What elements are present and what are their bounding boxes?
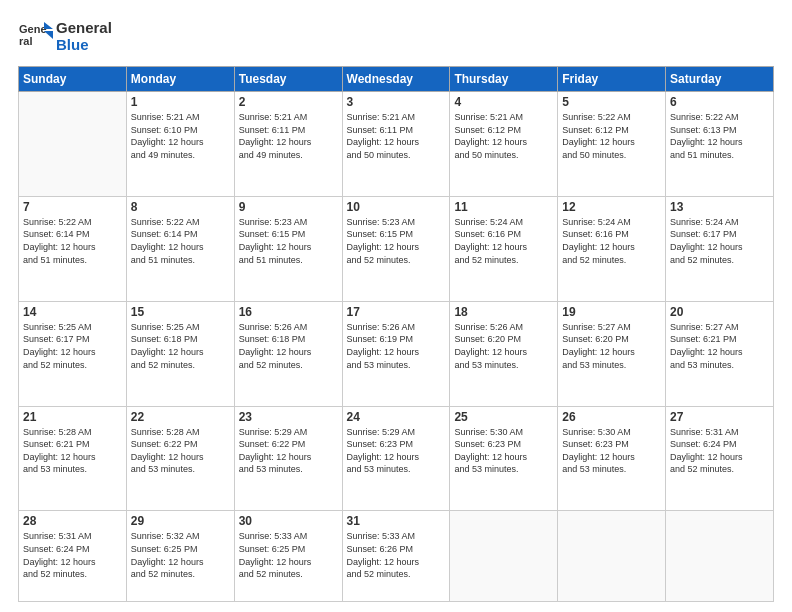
day-number: 17: [347, 305, 446, 319]
calendar-cell: 24Sunrise: 5:29 AM Sunset: 6:23 PM Dayli…: [342, 406, 450, 511]
day-info: Sunrise: 5:21 AM Sunset: 6:11 PM Dayligh…: [347, 111, 446, 161]
logo-blue: Blue: [56, 36, 112, 53]
day-info: Sunrise: 5:30 AM Sunset: 6:23 PM Dayligh…: [562, 426, 661, 476]
day-info: Sunrise: 5:22 AM Sunset: 6:13 PM Dayligh…: [670, 111, 769, 161]
day-number: 25: [454, 410, 553, 424]
calendar-cell: 4Sunrise: 5:21 AM Sunset: 6:12 PM Daylig…: [450, 92, 558, 197]
calendar-cell: 3Sunrise: 5:21 AM Sunset: 6:11 PM Daylig…: [342, 92, 450, 197]
calendar-cell: 5Sunrise: 5:22 AM Sunset: 6:12 PM Daylig…: [558, 92, 666, 197]
calendar-cell: 29Sunrise: 5:32 AM Sunset: 6:25 PM Dayli…: [126, 511, 234, 602]
calendar-cell: 8Sunrise: 5:22 AM Sunset: 6:14 PM Daylig…: [126, 196, 234, 301]
calendar-cell: 12Sunrise: 5:24 AM Sunset: 6:16 PM Dayli…: [558, 196, 666, 301]
calendar-cell: 7Sunrise: 5:22 AM Sunset: 6:14 PM Daylig…: [19, 196, 127, 301]
day-info: Sunrise: 5:33 AM Sunset: 6:25 PM Dayligh…: [239, 530, 338, 580]
calendar-cell: 27Sunrise: 5:31 AM Sunset: 6:24 PM Dayli…: [666, 406, 774, 511]
calendar-cell: 30Sunrise: 5:33 AM Sunset: 6:25 PM Dayli…: [234, 511, 342, 602]
day-number: 28: [23, 514, 122, 528]
calendar-cell: [450, 511, 558, 602]
day-info: Sunrise: 5:23 AM Sunset: 6:15 PM Dayligh…: [347, 216, 446, 266]
day-info: Sunrise: 5:24 AM Sunset: 6:16 PM Dayligh…: [562, 216, 661, 266]
day-number: 5: [562, 95, 661, 109]
day-info: Sunrise: 5:21 AM Sunset: 6:12 PM Dayligh…: [454, 111, 553, 161]
day-number: 6: [670, 95, 769, 109]
calendar-week-3: 14Sunrise: 5:25 AM Sunset: 6:17 PM Dayli…: [19, 301, 774, 406]
weekday-header-tuesday: Tuesday: [234, 67, 342, 92]
calendar-cell: 18Sunrise: 5:26 AM Sunset: 6:20 PM Dayli…: [450, 301, 558, 406]
day-number: 18: [454, 305, 553, 319]
day-number: 23: [239, 410, 338, 424]
svg-text:ral: ral: [19, 35, 32, 47]
day-number: 31: [347, 514, 446, 528]
calendar-cell: 25Sunrise: 5:30 AM Sunset: 6:23 PM Dayli…: [450, 406, 558, 511]
calendar-cell: 21Sunrise: 5:28 AM Sunset: 6:21 PM Dayli…: [19, 406, 127, 511]
day-info: Sunrise: 5:32 AM Sunset: 6:25 PM Dayligh…: [131, 530, 230, 580]
day-info: Sunrise: 5:31 AM Sunset: 6:24 PM Dayligh…: [23, 530, 122, 580]
calendar-cell: 13Sunrise: 5:24 AM Sunset: 6:17 PM Dayli…: [666, 196, 774, 301]
day-info: Sunrise: 5:25 AM Sunset: 6:18 PM Dayligh…: [131, 321, 230, 371]
calendar-cell: [666, 511, 774, 602]
calendar-cell: 31Sunrise: 5:33 AM Sunset: 6:26 PM Dayli…: [342, 511, 450, 602]
day-info: Sunrise: 5:29 AM Sunset: 6:23 PM Dayligh…: [347, 426, 446, 476]
day-info: Sunrise: 5:26 AM Sunset: 6:20 PM Dayligh…: [454, 321, 553, 371]
calendar-cell: 1Sunrise: 5:21 AM Sunset: 6:10 PM Daylig…: [126, 92, 234, 197]
day-info: Sunrise: 5:24 AM Sunset: 6:17 PM Dayligh…: [670, 216, 769, 266]
day-info: Sunrise: 5:28 AM Sunset: 6:21 PM Dayligh…: [23, 426, 122, 476]
day-number: 9: [239, 200, 338, 214]
day-info: Sunrise: 5:27 AM Sunset: 6:21 PM Dayligh…: [670, 321, 769, 371]
day-info: Sunrise: 5:30 AM Sunset: 6:23 PM Dayligh…: [454, 426, 553, 476]
day-info: Sunrise: 5:26 AM Sunset: 6:19 PM Dayligh…: [347, 321, 446, 371]
day-number: 14: [23, 305, 122, 319]
calendar-week-2: 7Sunrise: 5:22 AM Sunset: 6:14 PM Daylig…: [19, 196, 774, 301]
day-number: 20: [670, 305, 769, 319]
day-number: 12: [562, 200, 661, 214]
day-number: 22: [131, 410, 230, 424]
calendar-cell: 14Sunrise: 5:25 AM Sunset: 6:17 PM Dayli…: [19, 301, 127, 406]
day-info: Sunrise: 5:22 AM Sunset: 6:14 PM Dayligh…: [131, 216, 230, 266]
day-number: 7: [23, 200, 122, 214]
calendar-cell: 16Sunrise: 5:26 AM Sunset: 6:18 PM Dayli…: [234, 301, 342, 406]
weekday-header-thursday: Thursday: [450, 67, 558, 92]
weekday-header-row: SundayMondayTuesdayWednesdayThursdayFrid…: [19, 67, 774, 92]
day-number: 30: [239, 514, 338, 528]
day-info: Sunrise: 5:26 AM Sunset: 6:18 PM Dayligh…: [239, 321, 338, 371]
day-info: Sunrise: 5:29 AM Sunset: 6:22 PM Dayligh…: [239, 426, 338, 476]
calendar-cell: 26Sunrise: 5:30 AM Sunset: 6:23 PM Dayli…: [558, 406, 666, 511]
header: Gene ral General Blue: [18, 18, 774, 54]
day-number: 19: [562, 305, 661, 319]
day-number: 21: [23, 410, 122, 424]
calendar-cell: 11Sunrise: 5:24 AM Sunset: 6:16 PM Dayli…: [450, 196, 558, 301]
weekday-header-saturday: Saturday: [666, 67, 774, 92]
weekday-header-monday: Monday: [126, 67, 234, 92]
day-info: Sunrise: 5:22 AM Sunset: 6:12 PM Dayligh…: [562, 111, 661, 161]
calendar-cell: 10Sunrise: 5:23 AM Sunset: 6:15 PM Dayli…: [342, 196, 450, 301]
logo: Gene ral General Blue: [18, 18, 112, 54]
svg-text:Gene: Gene: [19, 23, 47, 35]
logo-svg: Gene ral: [18, 18, 54, 54]
day-info: Sunrise: 5:28 AM Sunset: 6:22 PM Dayligh…: [131, 426, 230, 476]
day-info: Sunrise: 5:24 AM Sunset: 6:16 PM Dayligh…: [454, 216, 553, 266]
logo-general: General: [56, 19, 112, 36]
day-info: Sunrise: 5:21 AM Sunset: 6:11 PM Dayligh…: [239, 111, 338, 161]
calendar-cell: 28Sunrise: 5:31 AM Sunset: 6:24 PM Dayli…: [19, 511, 127, 602]
calendar-cell: 6Sunrise: 5:22 AM Sunset: 6:13 PM Daylig…: [666, 92, 774, 197]
calendar-cell: 15Sunrise: 5:25 AM Sunset: 6:18 PM Dayli…: [126, 301, 234, 406]
calendar-cell: 19Sunrise: 5:27 AM Sunset: 6:20 PM Dayli…: [558, 301, 666, 406]
day-info: Sunrise: 5:27 AM Sunset: 6:20 PM Dayligh…: [562, 321, 661, 371]
calendar-cell: 23Sunrise: 5:29 AM Sunset: 6:22 PM Dayli…: [234, 406, 342, 511]
calendar-table: SundayMondayTuesdayWednesdayThursdayFrid…: [18, 66, 774, 602]
day-number: 2: [239, 95, 338, 109]
day-info: Sunrise: 5:22 AM Sunset: 6:14 PM Dayligh…: [23, 216, 122, 266]
calendar-cell: 17Sunrise: 5:26 AM Sunset: 6:19 PM Dayli…: [342, 301, 450, 406]
svg-marker-2: [44, 22, 53, 29]
calendar-cell: [19, 92, 127, 197]
calendar-week-4: 21Sunrise: 5:28 AM Sunset: 6:21 PM Dayli…: [19, 406, 774, 511]
day-info: Sunrise: 5:33 AM Sunset: 6:26 PM Dayligh…: [347, 530, 446, 580]
calendar-cell: 2Sunrise: 5:21 AM Sunset: 6:11 PM Daylig…: [234, 92, 342, 197]
day-number: 27: [670, 410, 769, 424]
day-number: 8: [131, 200, 230, 214]
day-number: 13: [670, 200, 769, 214]
day-number: 11: [454, 200, 553, 214]
calendar-week-1: 1Sunrise: 5:21 AM Sunset: 6:10 PM Daylig…: [19, 92, 774, 197]
calendar-cell: 20Sunrise: 5:27 AM Sunset: 6:21 PM Dayli…: [666, 301, 774, 406]
weekday-header-wednesday: Wednesday: [342, 67, 450, 92]
